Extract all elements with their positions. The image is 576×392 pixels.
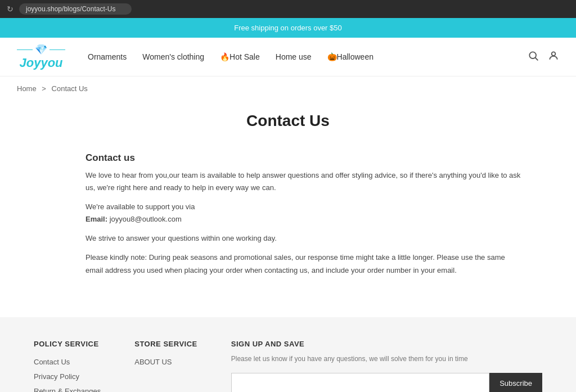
footer: POLICY SERVICE Contact Us Privacy Policy… [0,317,576,392]
logo-text: Joyyou [19,56,62,70]
footer-store-col: STORE SERVICE ABOUT US [134,340,197,392]
breadcrumb: Home > Contact Us [0,76,576,101]
store-about[interactable]: ABOUT US [134,358,172,366]
header-icons [528,50,559,64]
logo-diamond-icon: 💎 [35,43,47,56]
store-links: ABOUT US [134,357,197,366]
list-item: Contact Us [34,357,101,366]
nav-halloween[interactable]: 🎃Halloween [327,52,374,61]
svg-point-2 [552,52,556,56]
breadcrumb-home[interactable]: Home [17,84,37,93]
signup-heading: SIGN UP AND SAVE [231,340,542,348]
nav-hot-sale[interactable]: 🔥Hot Sale [220,52,260,61]
strive-text: We strive to answer your questions withi… [86,232,524,245]
top-banner: Free shipping on orders over $50 [0,18,576,38]
breadcrumb-separator: > [42,84,46,93]
subscribe-button[interactable]: Subscribe [489,373,542,392]
account-icon[interactable] [548,50,559,64]
header: 💎 Joyyou Ornaments Women's clothing 🔥Hot… [0,38,576,76]
available-text: We're available to support you via Email… [86,201,524,226]
banner-text: Free shipping on orders over $50 [234,24,342,32]
svg-line-1 [536,57,538,60]
browser-controls: ↻ [7,4,14,13]
logo-line-left [17,49,33,50]
email-value: joyyou8@outlook.com [110,215,182,223]
logo-decoration: 💎 [17,43,65,56]
nav-womens-clothing[interactable]: Women's clothing [142,52,204,61]
footer-columns: POLICY SERVICE Contact Us Privacy Policy… [34,340,542,392]
note-text: Please kindly note: During peak seasons … [86,251,524,276]
search-icon[interactable] [528,50,539,64]
list-item: Privacy Policy [34,372,101,381]
subscribe-input[interactable] [231,373,489,392]
url-bar[interactable]: joyyou.shop/blogs/Contact-Us [19,3,132,15]
nav-ornaments[interactable]: Ornaments [88,52,127,61]
contact-heading: Contact us [86,152,524,164]
list-item: ABOUT US [134,357,197,366]
policy-links: Contact Us Privacy Policy Return & Excha… [34,357,101,392]
contact-section: Contact us We love to hear from you,our … [86,152,524,277]
store-heading: STORE SERVICE [134,340,197,348]
page-title: Contact Us [52,112,524,130]
contact-intro: We love to hear from you,our team is ava… [86,169,524,194]
logo[interactable]: 💎 Joyyou [17,43,65,70]
reload-icon[interactable]: ↻ [7,4,14,13]
main-nav: Ornaments Women's clothing 🔥Hot Sale Hom… [88,52,528,61]
signup-desc: Please let us know if you have any quest… [231,354,542,364]
policy-contact[interactable]: Contact Us [34,358,70,366]
policy-privacy[interactable]: Privacy Policy [34,372,79,381]
nav-home-use[interactable]: Home use [276,52,312,61]
policy-returns[interactable]: Return & Exchanges [34,387,101,392]
footer-policy-col: POLICY SERVICE Contact Us Privacy Policy… [34,340,101,392]
policy-heading: POLICY SERVICE [34,340,101,348]
logo-line-right [50,49,65,50]
svg-point-0 [529,52,536,58]
browser-bar: ↻ joyyou.shop/blogs/Contact-Us [0,0,576,18]
footer-signup-col: SIGN UP AND SAVE Please let us know if y… [231,340,542,392]
list-item: Return & Exchanges [34,386,101,392]
email-label: Email: [86,215,107,223]
subscribe-form: Subscribe [231,373,542,392]
main-content: Contact Us Contact us We love to hear fr… [35,101,541,317]
breadcrumb-current: Contact Us [52,84,88,93]
